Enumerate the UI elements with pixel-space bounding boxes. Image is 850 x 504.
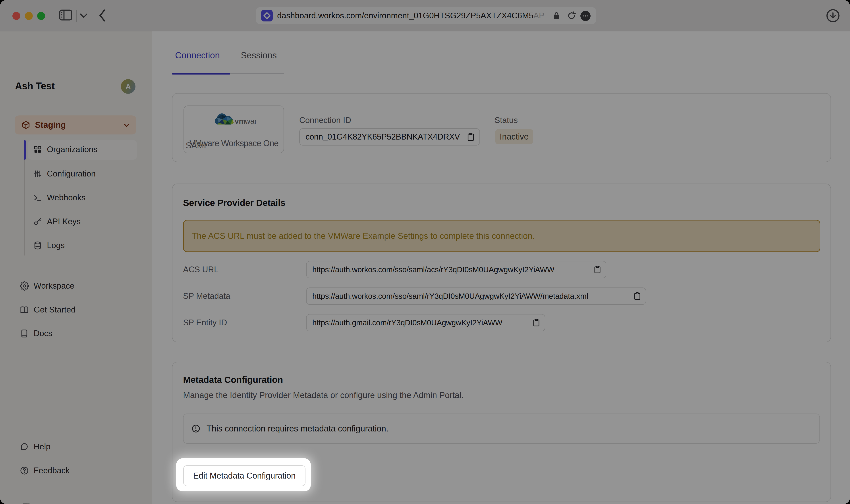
workspace-name: Ash Test (15, 80, 55, 92)
sp-metadata-label: SP Metadata (183, 291, 230, 301)
copy-icon[interactable] (593, 265, 602, 274)
sidebar-item-configuration[interactable]: Configuration (33, 164, 96, 183)
downloads-icon[interactable] (826, 8, 840, 23)
sidebar-item-get-started[interactable]: Get Started (19, 300, 75, 320)
copy-icon[interactable] (633, 292, 642, 301)
warning-text: The ACS URL must be added to the VMWare … (192, 231, 535, 241)
lock-icon (552, 11, 561, 21)
metadata-notice: This connection requires metadata config… (183, 414, 820, 444)
close-window-button[interactable] (12, 12, 20, 20)
zoom-window-button[interactable] (37, 12, 45, 20)
sp-metadata-field[interactable]: https://auth.workos.com/sso/saml/rY3qDI0… (306, 288, 646, 305)
copy-icon[interactable] (532, 318, 541, 327)
status-badge: Inactive (495, 129, 533, 144)
edit-metadata-configuration-button[interactable]: Edit Metadata Configuration (183, 465, 306, 486)
terminal-icon (33, 193, 42, 202)
grid-icon (33, 145, 42, 154)
sidebar-item-webhooks[interactable]: Webhooks (33, 188, 85, 208)
chat-bubble-icon (19, 442, 29, 451)
toolbar-divider (76, 10, 77, 22)
notice-text: This connection requires metadata config… (207, 424, 388, 433)
identity-provider-logo-box: vm ware VMware Workspace One SAML (184, 106, 284, 153)
alert-circle-icon (191, 424, 201, 433)
browser-window: dashboard.workos.com/environment_01G0HTS… (0, 0, 850, 504)
sidebar-item-organizations[interactable]: Organizations (33, 140, 98, 159)
notebook-icon (19, 329, 29, 338)
sidebar: Ash Test A Staging Organizations Configu… (0, 31, 152, 504)
connection-id-field[interactable]: conn_01G4K82YK65P52BBNKATX4DRXV (299, 128, 480, 145)
chevron-down-icon (123, 121, 131, 129)
browser-toolbar: dashboard.workos.com/environment_01G0HTS… (0, 0, 850, 31)
question-circle-icon (19, 466, 29, 475)
avatar[interactable]: A (121, 79, 136, 94)
gear-icon (19, 281, 29, 291)
book-open-icon (19, 305, 29, 314)
back-button-icon[interactable] (98, 8, 107, 22)
sidebar-item-workspace[interactable]: Workspace (19, 276, 74, 296)
tab-sessions[interactable]: Sessions (241, 50, 277, 60)
status-label: Status (495, 116, 518, 125)
sidebar-item-feedback[interactable]: Feedback (19, 461, 70, 480)
acs-url-label: ACS URL (183, 265, 219, 274)
svg-text:ware: ware (245, 117, 257, 125)
sidebar-toggle-icon[interactable] (59, 9, 73, 21)
address-bar[interactable]: dashboard.workos.com/environment_01G0HTS… (256, 7, 596, 24)
card-title: Metadata Configuration (183, 375, 283, 385)
warning-banner: The ACS URL must be added to the VMWare … (183, 220, 820, 252)
sidebar-item-logs[interactable]: Logs (33, 236, 65, 255)
sp-entity-id-label: SP Entity ID (183, 318, 227, 327)
database-icon (33, 241, 42, 250)
sidebar-item-docs[interactable]: Docs (19, 324, 52, 343)
tab-underline-active (172, 73, 230, 74)
active-item-accent (24, 140, 26, 160)
acs-url-field[interactable]: https://auth.workos.com/sso/saml/acs/rY3… (306, 261, 606, 278)
protocol-label: SAML (186, 141, 209, 150)
environment-label: Staging (35, 120, 66, 130)
cube-icon (21, 120, 31, 130)
screenshot-root: dashboard.workos.com/environment_01G0HTS… (0, 0, 850, 504)
key-icon (33, 217, 42, 226)
card-description: Manage the Identity Provider Metadata or… (183, 391, 464, 400)
sp-entity-id-field[interactable]: https://auth.gmail.com/rY3qDI0sM0UAgwgwK… (306, 314, 545, 331)
chevron-down-icon[interactable] (79, 13, 88, 19)
environment-selector[interactable]: Staging (15, 115, 136, 134)
card-title: Service Provider Details (183, 198, 285, 208)
url-fade: AP (534, 11, 544, 20)
refresh-icon[interactable] (567, 11, 576, 21)
copy-icon[interactable] (466, 132, 475, 142)
vmware-logo: vm ware (212, 113, 257, 127)
metadata-configuration-card: Metadata Configuration Manage the Identi… (172, 362, 831, 502)
service-provider-card: Service Provider Details The ACS URL mus… (172, 183, 831, 342)
sidebar-item-help[interactable]: Help (19, 437, 50, 456)
workos-logo-icon (18, 502, 35, 504)
connection-id-label: Connection ID (299, 116, 351, 125)
minimize-window-button[interactable] (25, 12, 33, 20)
svg-text:vm: vm (235, 117, 245, 125)
url-main: dashboard.workos.com/environment_01G0HTS… (277, 11, 534, 20)
workos-favicon (261, 10, 273, 21)
connection-summary-card: vm ware VMware Workspace One SAML Connec… (172, 93, 831, 162)
sidebar-item-api-keys[interactable]: API Keys (33, 212, 81, 231)
url-text: dashboard.workos.com/environment_01G0HTS… (277, 7, 544, 24)
more-options-icon[interactable] (580, 11, 591, 21)
tab-connection[interactable]: Connection (175, 50, 220, 60)
sliders-icon (33, 169, 42, 178)
